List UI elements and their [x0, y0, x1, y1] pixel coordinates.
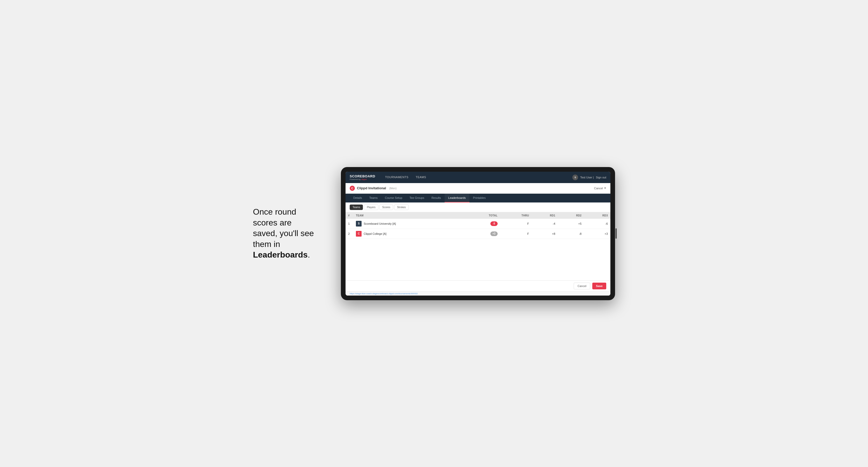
tab-teams[interactable]: Teams: [366, 194, 381, 203]
rd3-1: -6: [584, 219, 610, 229]
rank-2: 2: [345, 228, 353, 239]
table-row: 1 S Scoreboard University [A] -5 F -4: [345, 219, 610, 229]
tablet-screen: SCOREBOARD Powered by clippd TOURNAMENTS…: [345, 172, 610, 295]
rank-1: 1: [345, 219, 353, 229]
cancel-button[interactable]: Cancel: [574, 283, 590, 289]
tournament-header: C Clippd Invitational (Men) Cancel ✕: [345, 183, 610, 194]
logo-text: SCOREBOARD: [350, 174, 375, 178]
tournament-name: Clippd Invitational: [357, 186, 386, 190]
tablet-device: SCOREBOARD Powered by clippd TOURNAMENTS…: [341, 167, 615, 300]
sub-tab-players[interactable]: Players: [364, 205, 378, 210]
col-total: TOTAL: [466, 212, 500, 219]
top-navigation: SCOREBOARD Powered by clippd TOURNAMENTS…: [345, 172, 610, 183]
sub-tab-teams[interactable]: Teams: [350, 205, 363, 210]
logo-sub: Powered by clippd: [350, 178, 375, 181]
col-thru: THRU: [500, 212, 532, 219]
tab-leaderboards[interactable]: Leaderboards: [444, 194, 469, 203]
url-bar: https://stage-blue-coach.stagescoreboard…: [345, 291, 610, 295]
nav-teams[interactable]: TEAMS: [412, 172, 430, 183]
rd2-2: -8: [558, 228, 584, 239]
modal-footer: Cancel Save: [345, 280, 610, 291]
score-badge-1: -5: [490, 221, 498, 226]
nav-tournaments[interactable]: TOURNAMENTS: [381, 172, 412, 183]
team-name-2: Clippd College [A]: [364, 232, 386, 235]
tab-printables[interactable]: Printables: [469, 194, 489, 203]
team-logo-2: C: [356, 231, 362, 237]
rd1-2: +8: [531, 228, 558, 239]
score-badge-2: +3: [490, 231, 498, 236]
sub-tab-scores[interactable]: Scores: [379, 205, 393, 210]
save-button[interactable]: Save: [592, 283, 606, 289]
tournament-logo: C: [350, 186, 355, 191]
logo-area: SCOREBOARD Powered by clippd: [350, 174, 375, 181]
nav-links: TOURNAMENTS TEAMS: [381, 172, 572, 183]
tab-tee-groups[interactable]: Tee Groups: [406, 194, 428, 203]
thru-1: F: [500, 219, 532, 229]
total-cell-1: -5: [466, 219, 500, 229]
col-team: TEAM: [353, 212, 466, 219]
sub-tab-strokes[interactable]: Strokes: [394, 205, 409, 210]
col-rd1: RD1: [531, 212, 558, 219]
sign-out-link[interactable]: Sign out: [596, 176, 606, 179]
team-name-1: Scoreboard University [A]: [364, 222, 396, 225]
tab-navigation: Details Teams Course Setup Tee Groups Re…: [345, 194, 610, 203]
team-logo-1: S: [356, 221, 362, 226]
thru-2: F: [500, 228, 532, 239]
sub-tabs: Teams Players Scores Strokes: [345, 203, 610, 212]
cancel-top-button[interactable]: Cancel ✕: [594, 186, 606, 190]
content-spacer: [345, 239, 610, 280]
table-header-row: # TEAM TOTAL THRU RD1 RD2 RD3: [345, 212, 610, 219]
total-cell-2: +3: [466, 228, 500, 239]
page-wrapper: Once round scores are saved, you'll see …: [253, 167, 615, 300]
tablet-side-button: [616, 228, 617, 239]
col-rd2: RD2: [558, 212, 584, 219]
user-name: Test User |: [580, 176, 594, 179]
nav-right: S Test User | Sign out: [572, 175, 606, 180]
tab-results[interactable]: Results: [428, 194, 444, 203]
rd3-2: +3: [584, 228, 610, 239]
leaderboard-table: # TEAM TOTAL THRU RD1 RD2 RD3 1: [345, 212, 610, 239]
col-rank: #: [345, 212, 353, 219]
team-cell-1: S Scoreboard University [A]: [353, 219, 466, 229]
tab-details[interactable]: Details: [350, 194, 366, 203]
col-rd3: RD3: [584, 212, 610, 219]
tournament-type: (Men): [389, 187, 397, 190]
team-cell-2: C Clippd College [A]: [353, 228, 466, 239]
tournament-title-area: C Clippd Invitational (Men): [350, 186, 397, 191]
rd1-1: -4: [531, 219, 558, 229]
tab-course-setup[interactable]: Course Setup: [381, 194, 406, 203]
rd2-1: +5: [558, 219, 584, 229]
left-description: Once round scores are saved, you'll see …: [253, 207, 326, 260]
user-avatar: S: [572, 175, 578, 180]
table-row: 2 C Clippd College [A] +3 F +8 -8: [345, 228, 610, 239]
